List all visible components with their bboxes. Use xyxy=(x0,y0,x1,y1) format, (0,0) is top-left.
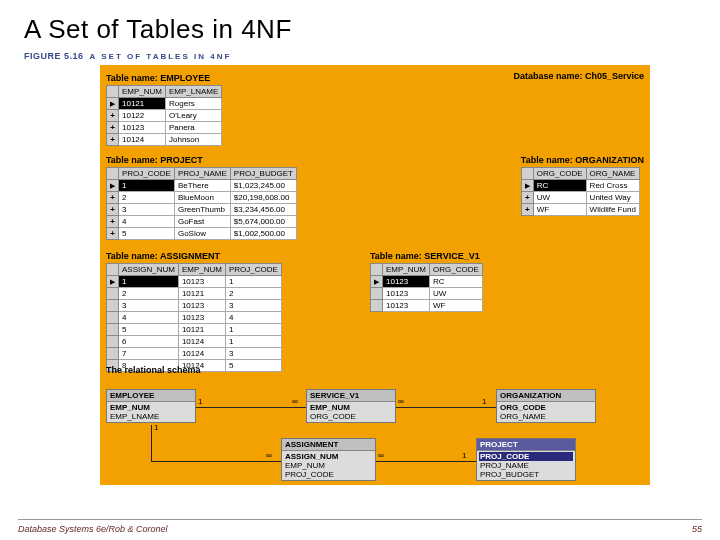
rel-line xyxy=(196,407,306,408)
table-row: WFWildlife Fund xyxy=(521,204,639,216)
table-header-row: EMP_NUM EMP_LNAME xyxy=(107,86,222,98)
schema-project-box: PROJECT PROJ_CODE PROJ_NAME PROJ_BUDGET xyxy=(476,438,576,481)
schema-diagram: EMPLOYEE EMP_NUM EMP_LNAME SERVICE_V1 EM… xyxy=(106,383,644,479)
table-row: 3101233 xyxy=(107,300,282,312)
slide-footer: Database Systems 6e/Rob & Coronel 55 xyxy=(18,519,702,534)
table-header-row: EMP_NUM ORG_CODE xyxy=(371,264,483,276)
table-header-row: PROJ_CODE PROJ_NAME PROJ_BUDGET xyxy=(107,168,297,180)
organization-table: ORG_CODE ORG_NAME RCRed Cross UWUnited W… xyxy=(521,167,640,216)
cardinality-one: 1 xyxy=(462,451,466,460)
figure-label: FIGURE 5.16 A SET OF TABLES IN 4NF xyxy=(24,51,720,61)
table-header-row: ASSIGN_NUM EMP_NUM PROJ_CODE xyxy=(107,264,282,276)
table-header-row: ORG_CODE ORG_NAME xyxy=(521,168,639,180)
schema-heading: The relational schema xyxy=(106,365,201,375)
assignment-block: Table name: ASSIGNMENT ASSIGN_NUM EMP_NU… xyxy=(106,249,282,372)
table-row: 10123WF xyxy=(371,300,483,312)
cardinality-many: ∞ xyxy=(292,397,298,406)
table-row: 2BlueMoon$20,198,608.00 xyxy=(107,192,297,204)
cardinality-one: 1 xyxy=(198,397,202,406)
table-row: 10121Rogers xyxy=(107,98,222,110)
table-row: 10123Panera xyxy=(107,122,222,134)
organization-label: Table name: ORGANIZATION xyxy=(521,155,644,165)
assignment-label: Table name: ASSIGNMENT xyxy=(106,251,282,261)
rel-line xyxy=(376,461,476,462)
schema-organization-box: ORGANIZATION ORG_CODE ORG_NAME xyxy=(496,389,596,423)
assignment-table: ASSIGN_NUM EMP_NUM PROJ_CODE 1101231 210… xyxy=(106,263,282,372)
figure-caption-text: A SET OF TABLES IN 4NF xyxy=(90,52,232,61)
service-v1-block: Table name: SERVICE_V1 EMP_NUM ORG_CODE … xyxy=(370,249,483,312)
project-table: PROJ_CODE PROJ_NAME PROJ_BUDGET 1BeThere… xyxy=(106,167,297,240)
cardinality-one: 1 xyxy=(482,397,486,406)
page-number: 55 xyxy=(692,524,702,534)
organization-block: Table name: ORGANIZATION ORG_CODE ORG_NA… xyxy=(521,153,644,216)
schema-employee-box: EMPLOYEE EMP_NUM EMP_LNAME xyxy=(106,389,196,423)
employee-table: EMP_NUM EMP_LNAME 10121Rogers 10122O'Lea… xyxy=(106,85,222,146)
table-row: UWUnited Way xyxy=(521,192,639,204)
table-row: 7101243 xyxy=(107,348,282,360)
rel-line xyxy=(151,425,152,461)
table-row: 10124Johnson xyxy=(107,134,222,146)
cardinality-many: ∞ xyxy=(266,451,272,460)
cardinality-one: 1 xyxy=(154,423,158,432)
table-row: 1101231 xyxy=(107,276,282,288)
footer-credit: Database Systems 6e/Rob & Coronel xyxy=(18,524,168,534)
rel-line xyxy=(151,461,281,462)
project-block: Table name: PROJECT PROJ_CODE PROJ_NAME … xyxy=(106,153,297,240)
schema-service-v1-box: SERVICE_V1 EMP_NUM ORG_CODE xyxy=(306,389,396,423)
table-row: 3GreenThumb$3,234,456.00 xyxy=(107,204,297,216)
employee-block: Table name: EMPLOYEE EMP_NUM EMP_LNAME 1… xyxy=(106,71,222,146)
schema-assignment-box: ASSIGNMENT ASSIGN_NUM EMP_NUM PROJ_CODE xyxy=(281,438,376,481)
table-row: 10123UW xyxy=(371,288,483,300)
table-row: 10122O'Leary xyxy=(107,110,222,122)
cardinality-many: ∞ xyxy=(398,397,404,406)
table-row: RCRed Cross xyxy=(521,180,639,192)
project-label: Table name: PROJECT xyxy=(106,155,297,165)
service-v1-label: Table name: SERVICE_V1 xyxy=(370,251,483,261)
page-title: A Set of Tables in 4NF xyxy=(24,14,720,45)
table-row: 1BeThere$1,023,245.00 xyxy=(107,180,297,192)
table-row: 4101234 xyxy=(107,312,282,324)
table-row: 10123RC xyxy=(371,276,483,288)
figure-number: FIGURE 5.16 xyxy=(24,51,84,61)
table-row: 5GoSlow$1,002,500.00 xyxy=(107,228,297,240)
table-row: 2101212 xyxy=(107,288,282,300)
table-row: 6101241 xyxy=(107,336,282,348)
database-name-label: Database name: Ch05_Service xyxy=(513,71,644,81)
service-v1-table: EMP_NUM ORG_CODE 10123RC 10123UW 10123WF xyxy=(370,263,483,312)
rel-line xyxy=(396,407,496,408)
employee-label: Table name: EMPLOYEE xyxy=(106,73,222,83)
table-row: 5101211 xyxy=(107,324,282,336)
cardinality-many: ∞ xyxy=(378,451,384,460)
table-row: 4GoFast$5,674,000.00 xyxy=(107,216,297,228)
figure-canvas: Database name: Ch05_Service Table name: … xyxy=(100,65,650,485)
